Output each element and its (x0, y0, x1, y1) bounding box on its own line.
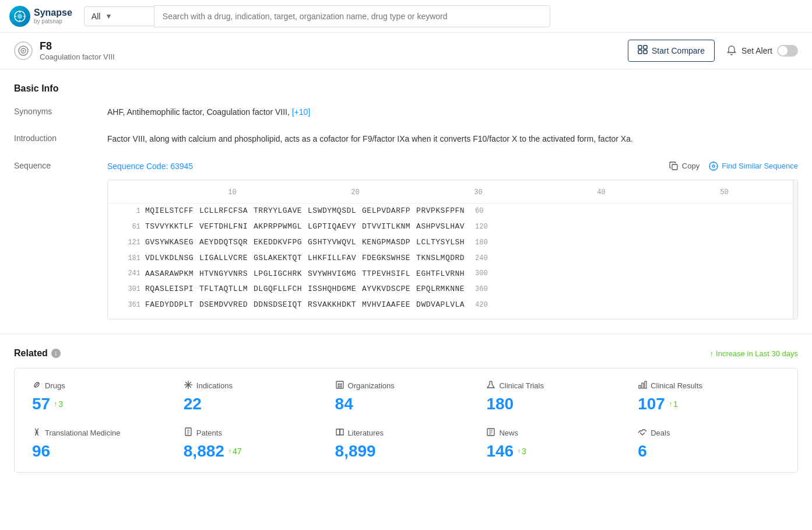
copy-icon (669, 162, 679, 171)
svg-point-15 (712, 165, 715, 167)
seq-chunk: DLGQFLLFCH (254, 283, 302, 296)
related-item-deals[interactable]: Deals6 (638, 427, 780, 461)
sequence-box[interactable]: 10 20 30 40 50 1MQIELSTCFFLCLLRFCFSATRRY… (107, 180, 798, 320)
arrow-up-icon: ↑ (517, 447, 521, 455)
related-item-clinical-trials[interactable]: Clinical Trials180 (486, 380, 628, 413)
sequence-actions: Copy Find Similar Sequence (669, 160, 798, 173)
sequence-line: 121GVSYWKASEGAEYDDQTSQREKEDDKVFPGGSHTYVW… (108, 235, 797, 251)
related-item-drugs[interactable]: Drugs57 ↑ 3 (32, 380, 174, 413)
synonyms-more-link[interactable]: [+10] (292, 107, 311, 117)
related-item-count: 96 (32, 442, 174, 461)
increase-value: 3 (522, 447, 526, 456)
start-compare-button[interactable]: Start Compare (628, 40, 715, 62)
count-value: 8,899 (335, 442, 376, 461)
seq-chunk: DTVVITLKNM (362, 221, 410, 233)
introduction-label: Introduction (14, 132, 107, 145)
svg-rect-34 (645, 381, 646, 388)
related-item-news[interactable]: News146 ↑ 3 (486, 427, 628, 461)
related-item-clinical-results[interactable]: Clinical Results107 ↑ 1 (638, 380, 780, 413)
seq-end-num: 180 (475, 237, 498, 248)
bell-icon (726, 45, 737, 57)
find-similar-label: Find Similar Sequence (722, 160, 798, 173)
increase-value: 3 (58, 399, 63, 409)
seq-end-num: 120 (475, 222, 498, 233)
search-type-dropdown[interactable]: All ▼ (84, 6, 154, 26)
seq-chunk: TKNSLMQDRD (416, 252, 465, 265)
seq-chunk: DWDVAPLVLA (416, 299, 465, 311)
set-alert-label: Set Alert (741, 46, 772, 55)
seq-start-num: 121 (117, 237, 140, 248)
count-value: 22 (184, 395, 202, 413)
seq-chunk: VEFTDHLFNI (199, 221, 248, 233)
related-item-count: 8,899 (335, 442, 477, 461)
related-item-indications[interactable]: Indications22 (184, 380, 326, 413)
increase-value: 47 (233, 447, 242, 456)
related-item-count: 84 (335, 395, 477, 413)
related-item-count: 8,882 ↑ 47 (184, 442, 326, 461)
seq-chunk: LCLLRFCFSA (199, 205, 248, 217)
sequence-label: Sequence (14, 160, 107, 320)
related-title: Related (14, 348, 48, 359)
navbar: Synapse by patsnap All ▼ (0, 0, 812, 33)
seq-chunk: ASHPVSLHAV (416, 221, 465, 233)
seq-chunk: EPQLRMKNNE (416, 283, 465, 296)
seq-chunk: LSWDYMQSDL (308, 205, 356, 217)
related-item-label: Deals (651, 429, 670, 437)
related-item-header: Organizations (335, 380, 477, 391)
related-item-header: Drugs (32, 380, 174, 391)
seq-start-num: 301 (117, 284, 140, 295)
logo-bypatsnap-label: by patsnap (34, 18, 72, 25)
search-type-label: All (92, 12, 101, 21)
logo-text: Synapse by patsnap (34, 7, 72, 25)
seq-chunk: MVHVIAAFEE (362, 299, 410, 311)
sequence-row: Sequence Sequence Code: 63945 Copy (14, 160, 798, 320)
count-value: 84 (335, 395, 353, 413)
seq-end-num: 420 (475, 300, 498, 311)
dna-icon (32, 427, 41, 438)
increase-value: 1 (673, 399, 678, 409)
related-item-header: Clinical Results (638, 380, 780, 391)
sequence-ruler: 10 20 30 40 50 (108, 187, 797, 203)
scrollbar-hint (793, 180, 797, 319)
seq-chunk: GSLAKEKTQT (254, 252, 302, 265)
patent-icon (184, 427, 193, 438)
sequence-code-link[interactable]: Sequence Code: 63945 (107, 160, 193, 173)
seq-chunk: GSHTYVWQVL (308, 237, 356, 249)
synonyms-row: Synonyms AHF, Antihemophilic factor, Coa… (14, 106, 798, 118)
related-item-label: Drugs (45, 381, 65, 390)
snowflake-icon (184, 380, 193, 391)
related-item-patents[interactable]: Patents8,882 ↑ 47 (184, 427, 326, 461)
basic-info-section: Basic Info Synonyms AHF, Antihemophilic … (14, 83, 798, 320)
related-item-organizations[interactable]: Organizations84 (335, 380, 477, 413)
related-item-translational-medicine[interactable]: Translational Medicine96 (32, 427, 174, 461)
related-item-count: 146 ↑ 3 (486, 442, 628, 461)
related-item-header: Deals (638, 427, 780, 438)
copy-button[interactable]: Copy (669, 160, 699, 173)
synonyms-text: AHF, Antihemophilic factor, Coagulation … (107, 107, 290, 117)
svg-rect-29 (338, 386, 339, 387)
svg-point-1 (17, 14, 22, 19)
related-item-count: 57 ↑ 3 (32, 395, 174, 413)
seq-chunk: HTVNGYVNRS (199, 268, 248, 280)
related-item-label: Clinical Results (651, 381, 702, 390)
search-input[interactable] (154, 5, 550, 27)
target-icon (14, 41, 33, 60)
seq-chunk: PRVPKSFPFN (416, 205, 465, 217)
sequence-line: 361FAEDYDDPLTDSEMDVVREDDDNSDSEIQTRSVAKKH… (108, 297, 797, 313)
seq-chunk: LHKFILLFAV (308, 252, 356, 265)
find-similar-button[interactable]: Find Similar Sequence (709, 160, 798, 173)
related-item-header: Patents (184, 427, 326, 438)
seq-end-num: 300 (475, 268, 498, 279)
flask-icon (486, 380, 495, 391)
seq-start-num: 361 (117, 300, 140, 311)
sequence-header: Sequence Code: 63945 Copy (107, 160, 798, 173)
alert-toggle[interactable] (777, 45, 798, 57)
target-full-name: Coagulation factor VIII (40, 52, 115, 61)
introduction-row: Introduction Factor VIII, along with cal… (14, 132, 798, 145)
seq-chunk: RQASLEISPI (145, 283, 194, 296)
related-item-header: Literatures (335, 427, 477, 438)
related-item-literatures[interactable]: Literatures8,899 (335, 427, 477, 461)
svg-point-8 (23, 50, 24, 52)
related-info-icon[interactable]: i (51, 349, 61, 358)
svg-point-14 (709, 162, 718, 170)
